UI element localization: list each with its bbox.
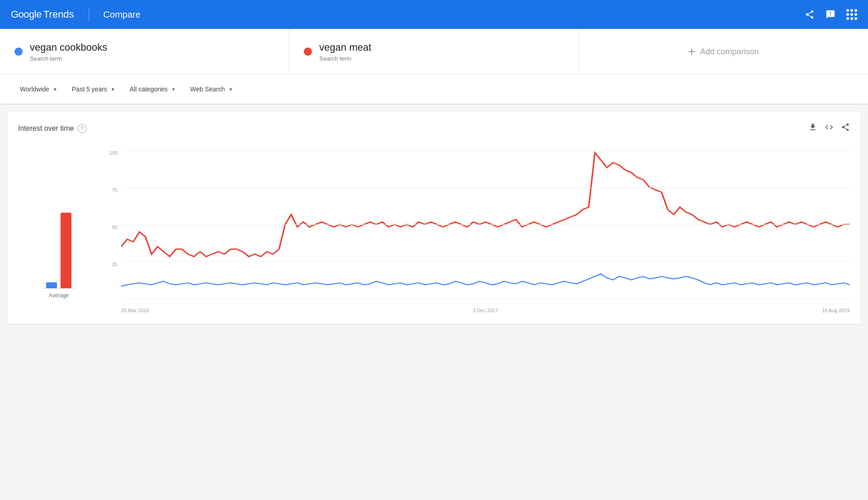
add-comparison-item[interactable]: + Add comparison bbox=[579, 29, 868, 74]
chevron-down-category: ▼ bbox=[171, 87, 176, 92]
avg-chart: Average bbox=[18, 141, 99, 313]
avg-bars bbox=[46, 162, 71, 289]
filter-category-label: All categories bbox=[130, 86, 168, 93]
logo-trends: Trends bbox=[43, 9, 74, 20]
term-label-1: vegan cookbooks bbox=[30, 42, 107, 53]
x-label-1: 20 Mar 2016 bbox=[121, 308, 149, 313]
blue-line bbox=[121, 274, 850, 286]
term-dot-red bbox=[304, 48, 312, 56]
term-text-1: vegan cookbooks Search term bbox=[30, 42, 107, 62]
help-icon[interactable]: ? bbox=[78, 124, 87, 133]
feedback-icon[interactable] bbox=[826, 10, 835, 19]
filter-search-type-label: Web Search bbox=[190, 86, 225, 93]
term-sublabel-2: Search term bbox=[319, 55, 371, 62]
filter-region[interactable]: Worldwide ▼ bbox=[14, 82, 63, 96]
help-icon-label: ? bbox=[80, 125, 84, 132]
chevron-down-region: ▼ bbox=[53, 87, 57, 92]
header-divider bbox=[89, 7, 89, 22]
download-icon[interactable] bbox=[808, 123, 817, 134]
filter-category[interactable]: All categories ▼ bbox=[124, 82, 181, 96]
avg-label: Average bbox=[49, 292, 69, 299]
apps-icon[interactable] bbox=[846, 9, 857, 20]
y-label-75: 75 bbox=[112, 187, 118, 193]
search-terms-area: vegan cookbooks Search term vegan meat S… bbox=[0, 29, 868, 75]
add-icon: + bbox=[688, 44, 695, 59]
apps-grid bbox=[846, 9, 857, 20]
grid-line-50 bbox=[121, 224, 850, 225]
header: Google Trends Compare bbox=[0, 0, 868, 29]
chart-area: Average 100 75 50 25 bbox=[18, 141, 850, 313]
chevron-down-time: ▼ bbox=[111, 87, 115, 92]
grid-line-0 bbox=[121, 299, 850, 299]
term-sublabel-1: Search term bbox=[30, 55, 107, 62]
logo-google: Google bbox=[11, 9, 42, 20]
search-term-2[interactable]: vegan meat Search term bbox=[289, 29, 579, 74]
chart-title-area: Interest over time ? bbox=[18, 124, 87, 133]
chart-title: Interest over time bbox=[18, 124, 74, 133]
avg-bar-red bbox=[61, 213, 71, 289]
y-label-100: 100 bbox=[109, 150, 118, 156]
chart-header: Interest over time ? bbox=[18, 123, 850, 134]
logo[interactable]: Google Trends bbox=[11, 9, 74, 20]
y-label-25: 25 bbox=[112, 262, 118, 267]
header-title: Compare bbox=[104, 10, 141, 20]
chart-plot-area bbox=[121, 150, 850, 299]
term-text-2: vegan meat Search term bbox=[319, 42, 371, 62]
share-icon[interactable] bbox=[805, 10, 815, 19]
chevron-down-search-type: ▼ bbox=[228, 87, 233, 92]
filters-area: Worldwide ▼ Past 5 years ▼ All categorie… bbox=[0, 75, 868, 105]
term-dot-blue bbox=[14, 48, 23, 56]
filter-search-type[interactable]: Web Search ▼ bbox=[185, 82, 239, 96]
add-comparison-label: Add comparison bbox=[700, 47, 759, 57]
grid-line-100 bbox=[121, 150, 850, 151]
header-left: Google Trends Compare bbox=[11, 7, 141, 22]
x-label-2: 3 Dec 2017 bbox=[473, 308, 498, 313]
x-label-3: 18 Aug 2019 bbox=[822, 308, 850, 313]
line-chart-container: 100 75 50 25 bbox=[99, 141, 850, 313]
term-label-2: vegan meat bbox=[319, 42, 371, 53]
header-icons bbox=[805, 9, 857, 20]
filter-time-label: Past 5 years bbox=[72, 86, 107, 93]
avg-baseline bbox=[42, 288, 76, 289]
y-label-50: 50 bbox=[112, 224, 118, 230]
share-chart-icon[interactable] bbox=[841, 123, 850, 134]
grid-line-25 bbox=[121, 262, 850, 262]
chart-section: Interest over time ? bbox=[7, 112, 861, 324]
embed-icon[interactable] bbox=[825, 123, 834, 134]
filter-region-label: Worldwide bbox=[20, 86, 49, 93]
chart-actions bbox=[808, 123, 850, 134]
avg-bar-blue bbox=[46, 282, 57, 289]
x-labels: 20 Mar 2016 3 Dec 2017 18 Aug 2019 bbox=[121, 305, 850, 313]
red-line bbox=[121, 152, 850, 257]
filter-time[interactable]: Past 5 years ▼ bbox=[66, 82, 121, 96]
y-axis-labels: 100 75 50 25 bbox=[99, 150, 121, 299]
add-comparison-button[interactable]: + Add comparison bbox=[688, 44, 759, 59]
grid-line-75 bbox=[121, 187, 850, 188]
search-term-1[interactable]: vegan cookbooks Search term bbox=[0, 29, 289, 74]
